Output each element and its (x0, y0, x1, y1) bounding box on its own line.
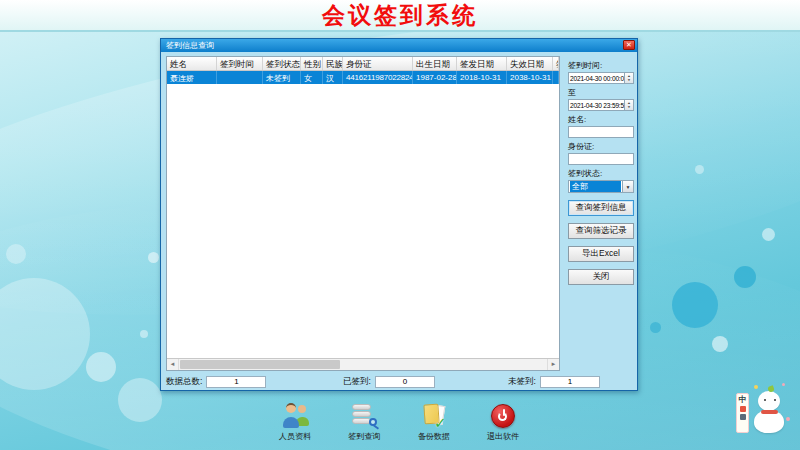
background-bubble (762, 228, 775, 241)
spinner-control[interactable]: ▲ ▼ (624, 100, 633, 110)
cell-expiry-date: 2038-10-31 (507, 71, 553, 84)
id-card-label: 身份证: (568, 141, 634, 152)
mascot-sparkle (786, 417, 790, 421)
column-header-signin-time[interactable]: 签到时间 (217, 57, 263, 70)
filter-panel: 签到时间: 2021-04-30 00:00:00 ▲ ▼ 至 2021-04-… (562, 52, 639, 391)
close-button[interactable]: ✕ (623, 40, 635, 50)
stat-signed-value: 0 (375, 376, 435, 388)
export-excel-button[interactable]: 导出Excel (568, 246, 634, 262)
background-bubble (650, 322, 661, 333)
cell-ethnicity: 汉 (323, 71, 343, 84)
scroll-left-icon[interactable]: ◄ (167, 359, 179, 370)
column-header-issue-date[interactable]: 签发日期 (457, 57, 507, 70)
cell-partial (553, 71, 559, 84)
check-icon: ✓ (434, 414, 447, 432)
background-bubble (6, 244, 26, 264)
window-titlebar[interactable]: 签到信息查询 ✕ (161, 39, 637, 52)
column-header-id-card[interactable]: 身份证 (343, 57, 413, 70)
mascot-eye (774, 399, 776, 401)
close-window-button[interactable]: 关闭 (568, 269, 634, 285)
scroll-right-icon[interactable]: ► (547, 359, 559, 370)
scrollbar-thumb[interactable] (180, 360, 340, 369)
toolbar-label: 备份数据 (418, 431, 450, 442)
people-icon (281, 403, 309, 429)
background-bubble (695, 165, 704, 174)
query-signin-info-button[interactable]: 查询签到信息 (568, 200, 634, 216)
stat-signed: 已签到: 0 (343, 376, 435, 388)
column-header-name[interactable]: 姓名 (167, 57, 217, 70)
window-title: 签到信息查询 (166, 40, 214, 51)
signin-time-label: 签到时间: (568, 60, 634, 71)
background-bubble (140, 330, 148, 338)
bottom-toolbar: 人员资料 签到查询 ✓ 备份数据 退出软件 (266, 403, 532, 442)
status-label: 签到状态: (568, 168, 634, 179)
cell-id-card: 441621198702282481 (343, 71, 413, 84)
toolbar-label: 人员资料 (279, 431, 311, 442)
cell-gender: 女 (301, 71, 323, 84)
chevron-down-icon[interactable]: ▼ (622, 181, 633, 192)
power-icon (489, 403, 517, 429)
horizontal-scrollbar[interactable]: ◄ ► (167, 358, 559, 370)
signin-table: 姓名 签到时间 签到状态 性别 民族 身份证 出生日期 签发日期 失效日期 签 … (166, 56, 560, 371)
name-input[interactable] (568, 126, 634, 138)
mascot-eye (764, 399, 766, 401)
mascot-sticker: 中 (734, 383, 796, 447)
stat-total-label: 数据总数: (166, 376, 202, 388)
mascot-banner-text: 中 (739, 396, 747, 404)
status-selected-value: 全部 (570, 181, 621, 192)
mascot-head (758, 391, 780, 411)
mascot-sparkle (754, 385, 758, 389)
mascot-scarf (761, 410, 778, 414)
toolbar-label: 签到查询 (348, 431, 380, 442)
background-bubble (86, 352, 116, 382)
mascot-banner: 中 (736, 393, 749, 433)
mascot-banner-glyph (740, 406, 746, 412)
datetime-from-field[interactable]: 2021-04-30 00:00:00 ▲ ▼ (568, 72, 634, 84)
cell-issue-date: 2018-10-31 (457, 71, 507, 84)
spin-down-icon: ▼ (627, 78, 631, 81)
toolbar-item-exit[interactable]: 退出软件 (474, 403, 532, 442)
stat-unsigned-label: 未签到: (508, 376, 536, 388)
query-filter-records-button[interactable]: 查询筛选记录 (568, 223, 634, 239)
mascot-sparkle (782, 383, 785, 386)
toolbar-label: 退出软件 (487, 431, 519, 442)
column-header-ethnicity[interactable]: 民族 (323, 57, 343, 70)
toolbar-item-backup[interactable]: ✓ 备份数据 (405, 403, 463, 442)
status-dropdown[interactable]: 全部 ▼ (568, 180, 634, 193)
app-title: 会议签到系统 (0, 0, 800, 30)
stat-signed-label: 已签到: (343, 376, 371, 388)
window-body: 姓名 签到时间 签到状态 性别 民族 身份证 出生日期 签发日期 失效日期 签 … (161, 52, 637, 391)
table-header-row: 姓名 签到时间 签到状态 性别 民族 身份证 出生日期 签发日期 失效日期 签 (167, 57, 559, 71)
cell-signin-time (217, 71, 263, 84)
toolbar-item-personnel[interactable]: 人员资料 (266, 403, 324, 442)
toolbar-item-signin-query[interactable]: 签到查询 (335, 403, 393, 442)
cell-signin-status: 未签到 (263, 71, 301, 84)
spinner-control[interactable]: ▲ ▼ (624, 73, 633, 83)
database-search-icon (350, 403, 378, 429)
signin-query-window: 签到信息查询 ✕ 姓名 签到时间 签到状态 性别 民族 身份证 出生日期 签发日… (160, 38, 638, 391)
column-header-partial[interactable]: 签 (553, 57, 559, 70)
background-bubble (148, 252, 159, 263)
background-bubble (118, 378, 162, 422)
table-row[interactable]: 聂连娇 未签到 女 汉 441621198702282481 1987-02-2… (167, 71, 559, 84)
cell-birth-date: 1987-02-28 (413, 71, 457, 84)
column-header-birth-date[interactable]: 出生日期 (413, 57, 457, 70)
background-bubble (712, 336, 728, 352)
spin-down-icon: ▼ (627, 105, 631, 108)
background-bubble (672, 282, 718, 328)
to-label: 至 (568, 87, 634, 98)
background-bubble (734, 266, 756, 288)
cell-name: 聂连娇 (167, 71, 217, 84)
name-label: 姓名: (568, 114, 634, 125)
column-header-expiry-date[interactable]: 失效日期 (507, 57, 553, 70)
close-icon: ✕ (626, 41, 632, 48)
stat-total-value: 1 (206, 376, 266, 388)
datetime-from-value: 2021-04-30 00:00:00 (569, 75, 627, 82)
app-title-bar: 会议签到系统 (0, 0, 800, 32)
id-card-input[interactable] (568, 153, 634, 165)
datetime-to-field[interactable]: 2021-04-30 23:59:59 ▲ ▼ (568, 99, 634, 111)
mascot-banner-glyph (740, 414, 746, 420)
backup-check-icon: ✓ (420, 403, 448, 429)
column-header-gender[interactable]: 性别 (301, 57, 323, 70)
column-header-signin-status[interactable]: 签到状态 (263, 57, 301, 70)
